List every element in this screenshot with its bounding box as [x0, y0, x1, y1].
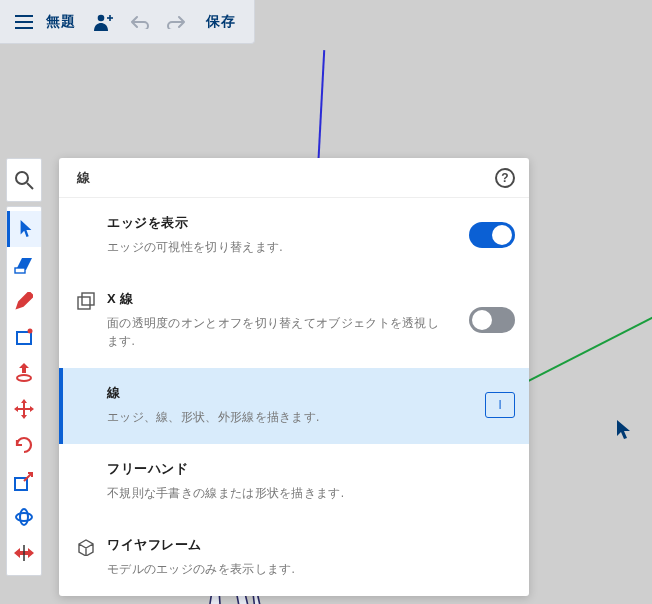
redo-button[interactable]: [158, 4, 194, 40]
rotate-tool[interactable]: [7, 427, 41, 463]
help-button[interactable]: ?: [495, 168, 515, 188]
row-line[interactable]: 線 エッジ、線、形状、外形線を描きます. l: [59, 368, 529, 444]
cursor-icon: [617, 420, 631, 440]
panel-header: 線 ?: [59, 158, 529, 198]
shortcut-key: l: [485, 392, 515, 418]
svg-rect-8: [15, 268, 25, 273]
svg-point-3: [98, 14, 105, 21]
xray-toggle[interactable]: [469, 307, 515, 333]
svg-line-7: [27, 183, 33, 189]
flip-tool[interactable]: [7, 535, 41, 571]
svg-rect-16: [78, 297, 90, 309]
svg-rect-9: [17, 332, 31, 344]
row-desc: モデルのエッジのみを表示します.: [107, 560, 515, 578]
panel-title: 線: [77, 169, 90, 187]
row-freehand[interactable]: フリーハンド 不規則な手書きの線または形状を描きます.: [59, 444, 529, 520]
row-desc: エッジの可視性を切り替えます.: [107, 238, 449, 256]
edges-toggle[interactable]: [469, 222, 515, 248]
row-title: 線: [107, 384, 465, 402]
search-tool[interactable]: [6, 158, 42, 202]
row-edges[interactable]: エッジを表示 エッジの可視性を切り替えます.: [59, 198, 529, 274]
svg-rect-17: [82, 293, 94, 305]
row-title: エッジを表示: [107, 214, 449, 232]
row-title: X 線: [107, 290, 449, 308]
move-tool[interactable]: [7, 391, 41, 427]
pencil-tool[interactable]: [7, 283, 41, 319]
row-desc: 不規則な手書きの線または形状を描きます.: [107, 484, 515, 502]
add-user-button[interactable]: [86, 4, 122, 40]
wireframe-icon: [77, 538, 95, 556]
row-xray[interactable]: X 線 面の透明度のオンとオフを切り替えてオブジェクトを透視します.: [59, 274, 529, 368]
pushpull-tool[interactable]: [7, 355, 41, 391]
document-title: 無題: [42, 13, 86, 31]
row-desc: 面の透明度のオンとオフを切り替えてオブジェクトを透視します.: [107, 314, 449, 350]
top-toolbar: 無題 保存: [0, 0, 255, 44]
tool-sidebar: [6, 206, 42, 576]
row-title: ワイヤフレーム: [107, 536, 515, 554]
svg-point-13: [16, 513, 32, 521]
rectangle-tool[interactable]: [7, 319, 41, 355]
menu-button[interactable]: [6, 4, 42, 40]
svg-point-10: [28, 329, 33, 334]
svg-point-11: [17, 375, 31, 381]
undo-button[interactable]: [122, 4, 158, 40]
scale-tool[interactable]: [7, 463, 41, 499]
orbit-tool[interactable]: [7, 499, 41, 535]
xray-icon: [77, 292, 95, 310]
svg-point-14: [20, 509, 28, 525]
save-button[interactable]: 保存: [194, 13, 248, 31]
row-title: フリーハンド: [107, 460, 515, 478]
line-panel: 線 ? エッジを表示 エッジの可視性を切り替えます. X 線 面の透明度のオンと…: [59, 158, 529, 596]
svg-point-6: [16, 172, 28, 184]
row-wireframe[interactable]: ワイヤフレーム モデルのエッジのみを表示します.: [59, 520, 529, 596]
eraser-tool[interactable]: [7, 247, 41, 283]
row-desc: エッジ、線、形状、外形線を描きます.: [107, 408, 465, 426]
select-tool[interactable]: [7, 211, 41, 247]
